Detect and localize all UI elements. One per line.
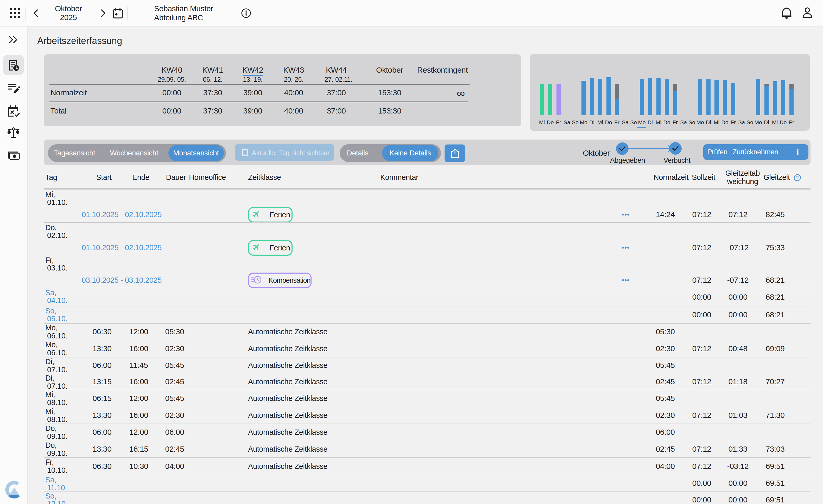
svg-text:?: ? [796,175,799,180]
